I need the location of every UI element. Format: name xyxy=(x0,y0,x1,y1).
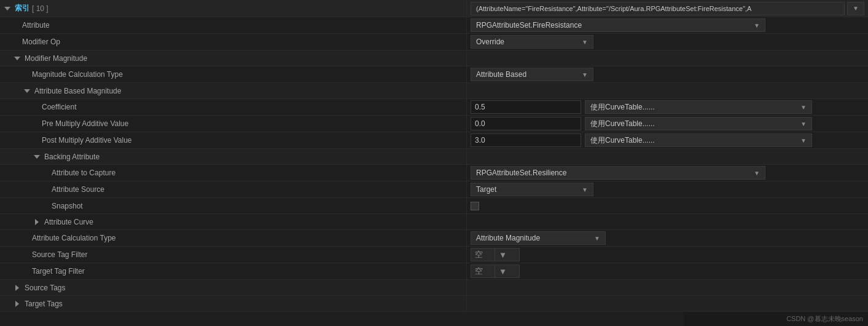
target-tags-row: Target Tags xyxy=(0,296,868,312)
post-multiply-input[interactable] xyxy=(471,133,581,147)
attribute-row: Attribute RPGAttributeSet.FireResistance… xyxy=(0,17,868,34)
attr-curve-value-col xyxy=(467,214,868,229)
attr-calc-type-label: Attribute Calculation Type xyxy=(32,234,116,242)
modifier-op-dropdown[interactable]: Override ▼ xyxy=(471,35,593,49)
attr-curve-label: Attribute Curve xyxy=(44,218,93,226)
attribute-dropdown[interactable]: RPGAttributeSet.FireResistance ▼ xyxy=(471,18,765,32)
attr-curve-label-cell: Attribute Curve xyxy=(0,214,467,229)
source-tag-filter-label: Source Tag Filter xyxy=(32,250,88,259)
attr-based-magnitude-label: Attribute Based Magnitude xyxy=(34,87,121,95)
coefficient-label-cell: Coefficient xyxy=(0,99,467,115)
pre-multiply-input[interactable] xyxy=(471,117,581,130)
attr-to-capture-value-col: RPGAttributeSet.Resilience ▼ xyxy=(467,165,868,181)
magnitude-calc-type-row: Magnitude Calculation Type Attribute Bas… xyxy=(0,66,868,83)
footer-bar: CSDN @暮志未晚season xyxy=(684,311,868,326)
target-tag-filter-value: 空 xyxy=(475,266,483,277)
post-multiply-label-cell: Post Multiply Additive Value xyxy=(0,132,467,148)
magnitude-calc-type-label-cell: Magnitude Calculation Type xyxy=(0,66,467,82)
attribute-dropdown-arrow: ▼ xyxy=(754,22,760,29)
attr-to-capture-label: Attribute to Capture xyxy=(52,169,115,177)
index-label-cell: 索引 [ 10 ] xyxy=(0,0,467,17)
post-multiply-curve-dropdown[interactable]: 使用CurveTable...... ▼ xyxy=(585,133,812,147)
coefficient-curve-dropdown[interactable]: 使用CurveTable...... ▼ xyxy=(585,100,812,114)
attr-calc-type-label-cell: Attribute Calculation Type xyxy=(0,230,467,246)
coefficient-input[interactable] xyxy=(471,100,581,114)
coefficient-value-col: 使用CurveTable...... ▼ xyxy=(467,99,868,115)
attr-to-capture-label-cell: Attribute to Capture xyxy=(0,165,467,181)
source-tags-row: Source Tags xyxy=(0,280,868,296)
source-tag-filter-value-col: 空 ▼ xyxy=(467,247,868,263)
modifier-op-value: Override xyxy=(476,38,504,46)
attr-source-label-cell: Attribute Source xyxy=(0,181,467,197)
modifier-magnitude-value-col xyxy=(467,50,868,66)
target-tag-filter-row: Target Tag Filter 空 ▼ xyxy=(0,263,868,280)
source-tag-filter-value-btn[interactable]: 空 xyxy=(471,248,495,261)
snapshot-row: Snapshot xyxy=(0,198,868,214)
source-tags-label-cell: Source Tags xyxy=(0,280,467,295)
magnitude-calc-type-value: Attribute Based xyxy=(476,70,526,79)
attr-calc-type-row: Attribute Calculation Type Attribute Mag… xyxy=(0,230,868,247)
attr-to-capture-arrow: ▼ xyxy=(754,170,760,177)
attr-calc-type-dropdown[interactable]: Attribute Magnitude ▼ xyxy=(471,231,606,245)
backing-attribute-row: Backing Attribute xyxy=(0,149,868,165)
magnitude-calc-type-value-col: Attribute Based ▼ xyxy=(467,66,868,82)
coefficient-row: Coefficient 使用CurveTable...... ▼ xyxy=(0,99,868,116)
snapshot-checkbox[interactable] xyxy=(471,202,479,210)
attr-curve-row: Attribute Curve xyxy=(0,214,868,230)
attr-source-dropdown[interactable]: Target ▼ xyxy=(471,183,593,196)
source-tag-filter-dropdown-btn[interactable]: ▼ xyxy=(495,248,520,261)
magnitude-calc-type-arrow: ▼ xyxy=(582,71,588,78)
index-dropdown-arrow: ▼ xyxy=(853,5,859,12)
main-container: 索引 [ 10 ] (AttributeName="FireResistance… xyxy=(0,0,868,312)
target-tag-filter-arrow: ▼ xyxy=(499,267,507,276)
attr-based-magnitude-row: Attribute Based Magnitude xyxy=(0,83,868,99)
modifier-magnitude-label: Modifier Magnitude xyxy=(25,54,87,63)
modifier-op-label-cell: Modifier Op xyxy=(0,34,467,50)
attr-based-magnitude-label-cell: Attribute Based Magnitude xyxy=(0,83,467,98)
post-multiply-curve-arrow: ▼ xyxy=(800,137,807,144)
modifier-magnitude-expander[interactable] xyxy=(12,54,22,63)
magnitude-calc-type-dropdown[interactable]: Attribute Based ▼ xyxy=(471,68,593,81)
modifier-op-label: Modifier Op xyxy=(22,38,60,46)
backing-attribute-label: Backing Attribute xyxy=(44,153,100,161)
snapshot-value-col xyxy=(467,198,868,213)
index-count: [ 10 ] xyxy=(32,4,49,13)
pre-multiply-row: Pre Multiply Additive Value 使用CurveTable… xyxy=(0,116,868,132)
backing-attribute-expander[interactable] xyxy=(32,152,42,162)
pre-multiply-curve-dropdown[interactable]: 使用CurveTable...... ▼ xyxy=(585,117,812,130)
pre-multiply-label: Pre Multiply Additive Value xyxy=(42,119,128,128)
pre-multiply-value-col: 使用CurveTable...... ▼ xyxy=(467,116,868,132)
source-tag-filter-row: Source Tag Filter 空 ▼ xyxy=(0,247,868,263)
attr-based-magnitude-expander[interactable] xyxy=(22,86,32,96)
attr-to-capture-row: Attribute to Capture RPGAttributeSet.Res… xyxy=(0,165,868,181)
index-dropdown-btn[interactable]: ▼ xyxy=(847,2,864,15)
target-tags-label-cell: Target Tags xyxy=(0,296,467,311)
attr-curve-expander[interactable] xyxy=(32,217,42,227)
target-tag-filter-value-col: 空 ▼ xyxy=(467,263,868,279)
post-multiply-label: Post Multiply Additive Value xyxy=(42,136,132,145)
index-expander[interactable] xyxy=(2,4,12,14)
index-label: 索引 xyxy=(15,3,29,14)
post-multiply-row: Post Multiply Additive Value 使用CurveTabl… xyxy=(0,132,868,149)
attr-source-value: Target xyxy=(476,185,496,194)
source-tags-expander[interactable] xyxy=(12,283,22,293)
attr-calc-type-value-col: Attribute Magnitude ▼ xyxy=(467,230,868,246)
footer-text: CSDN @暮志未晚season xyxy=(786,315,863,322)
source-tag-filter-label-cell: Source Tag Filter xyxy=(0,247,467,263)
pre-multiply-label-cell: Pre Multiply Additive Value xyxy=(0,116,467,132)
target-tags-label: Target Tags xyxy=(25,300,63,308)
target-tag-filter-value-btn[interactable]: 空 xyxy=(471,264,495,278)
coefficient-curve-arrow: ▼ xyxy=(800,104,807,111)
target-tags-value-col xyxy=(467,296,868,311)
modifier-op-arrow: ▼ xyxy=(582,39,588,46)
target-tags-expander[interactable] xyxy=(12,299,22,309)
target-tag-filter-dropdown-btn[interactable]: ▼ xyxy=(495,264,520,278)
attribute-label-cell: Attribute xyxy=(0,17,467,33)
target-tag-filter-label: Target Tag Filter xyxy=(32,267,85,276)
modifier-magnitude-row: Modifier Magnitude xyxy=(0,50,868,66)
attr-calc-type-value: Attribute Magnitude xyxy=(476,234,540,242)
source-tags-label: Source Tags xyxy=(25,284,66,292)
attribute-value: RPGAttributeSet.FireResistance xyxy=(476,21,582,30)
attr-to-capture-dropdown[interactable]: RPGAttributeSet.Resilience ▼ xyxy=(471,166,765,180)
attr-source-row: Attribute Source Target ▼ xyxy=(0,181,868,198)
